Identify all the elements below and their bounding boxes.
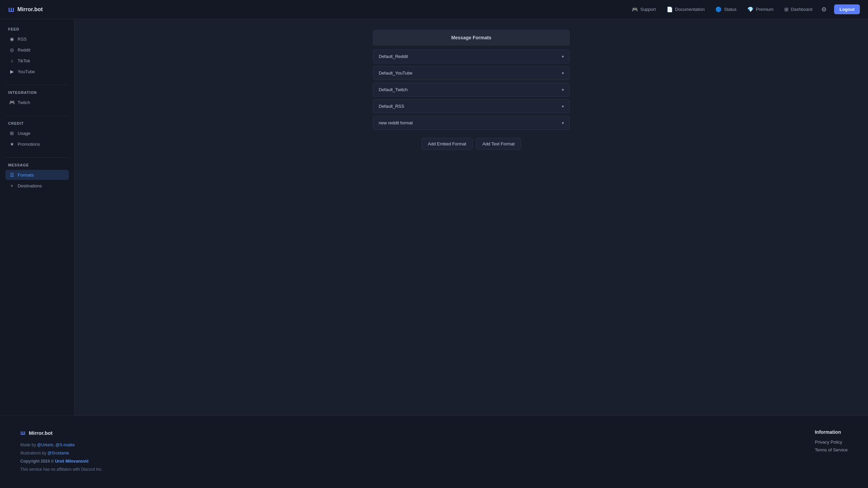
sidebar-section-integration: Integration 🎮 Twitch: [5, 90, 69, 107]
add-text-format-button[interactable]: Add Text Format: [476, 138, 521, 150]
footer-privacy-link[interactable]: Privacy Policy: [815, 440, 848, 445]
format-dropdown-rss[interactable]: Default_RSS ▾: [373, 99, 570, 113]
footer-disclaimer: This service has no affiliaton with Disc…: [20, 466, 103, 472]
support-icon: 🎮: [632, 6, 638, 13]
nav-dashboard[interactable]: ⊞ Dashboard: [780, 4, 816, 15]
sidebar-section-message-title: Message: [5, 163, 69, 167]
promotions-icon: ★: [9, 141, 15, 147]
action-buttons: Add Embed Format Add Text Format: [373, 138, 570, 150]
sidebar-section-feed: Feed ◉ RSS ◎ Reddit ♪ TikTok ▶ YouTube: [5, 27, 69, 77]
chevron-down-icon: ▾: [562, 87, 564, 92]
format-dropdown-reddit[interactable]: Default_Reddit ▾: [373, 49, 570, 63]
status-icon: 🔵: [715, 6, 722, 13]
sidebar-divider-3: [5, 157, 69, 158]
rss-icon: ◉: [9, 36, 15, 42]
twitch-icon: 🎮: [9, 100, 15, 105]
sidebar-item-youtube[interactable]: ▶ YouTube: [5, 66, 69, 77]
header: ш Mirror.bot 🎮 Support 📄 Documentation 🔵…: [0, 0, 868, 19]
destinations-icon: +: [9, 183, 15, 188]
header-nav: 🎮 Support 📄 Documentation 🔵 Status 💎 Pre…: [628, 4, 860, 15]
reddit-icon: ◎: [9, 47, 15, 53]
tiktok-icon: ♪: [9, 58, 15, 63]
footer-info-title: Information: [815, 429, 848, 435]
sidebar-section-credit: Credit ⊞ Usage ★ Promotions: [5, 121, 69, 149]
footer-link-owner[interactable]: Uroš Milovanović: [55, 459, 88, 464]
panel-header: Message Formats: [373, 30, 570, 45]
nav-premium[interactable]: 💎 Premium: [743, 4, 777, 15]
footer-made-by: Made by @Urkem, @S-matke: [20, 442, 103, 448]
logo-area: ш Mirror.bot: [8, 5, 43, 14]
footer-illustrations: Illustrations by @Srcetame: [20, 450, 103, 456]
footer-link-illustrator[interactable]: @Srcetame: [47, 451, 69, 455]
premium-icon: 💎: [747, 6, 754, 13]
formats-panel: Message Formats Default_Reddit ▾ Default…: [373, 30, 570, 150]
logo-text: Mirror.bot: [17, 6, 43, 13]
sidebar-item-twitch[interactable]: 🎮 Twitch: [5, 97, 69, 107]
chevron-down-icon: ▾: [562, 71, 564, 76]
sidebar-section-message: Message ☰ Formats + Destinations: [5, 163, 69, 191]
sidebar-divider-2: [5, 116, 69, 116]
sidebar-section-integration-title: Integration: [5, 90, 69, 95]
chevron-down-icon: ▾: [562, 104, 564, 109]
sidebar-divider-1: [5, 85, 69, 85]
footer-terms-link[interactable]: Terms of Service: [815, 447, 848, 452]
footer-logo: ш Mirror.bot: [20, 429, 103, 436]
chevron-down-icon: ▾: [562, 54, 564, 59]
footer-left: ш Mirror.bot Made by @Urkem, @S-matke Il…: [20, 429, 103, 474]
sidebar-item-promotions[interactable]: ★ Promotions: [5, 139, 69, 149]
sidebar-item-formats[interactable]: ☰ Formats: [5, 170, 69, 180]
footer: ш Mirror.bot Made by @Urkem, @S-matke Il…: [0, 415, 868, 488]
footer-right: Information Privacy Policy Terms of Serv…: [815, 429, 848, 474]
format-dropdown-youtube[interactable]: Default_YouTube ▾: [373, 66, 570, 80]
dashboard-icon: ⊞: [784, 6, 789, 13]
sidebar-item-destinations[interactable]: + Destinations: [5, 181, 69, 191]
main-layout: Feed ◉ RSS ◎ Reddit ♪ TikTok ▶ YouTube I…: [0, 19, 868, 415]
format-dropdown-twitch[interactable]: Default_Twitch ▾: [373, 83, 570, 97]
sidebar-item-reddit[interactable]: ◎ Reddit: [5, 45, 69, 55]
nav-support[interactable]: 🎮 Support: [628, 4, 660, 15]
sidebar-section-feed-title: Feed: [5, 27, 69, 31]
footer-copyright: Copyright 2024 © Uroš Milovanović: [20, 458, 103, 464]
footer-logo-text: Mirror.bot: [29, 430, 53, 436]
format-dropdown-new-reddit[interactable]: new reddit format ▾: [373, 116, 570, 130]
nav-status[interactable]: 🔵 Status: [711, 4, 741, 15]
formats-list: Default_Reddit ▾ Default_YouTube ▾ Defau…: [373, 49, 570, 130]
add-embed-format-button[interactable]: Add Embed Format: [421, 138, 473, 150]
footer-link-authors[interactable]: @Urkem, @S-matke: [37, 443, 75, 447]
youtube-icon: ▶: [9, 69, 15, 74]
settings-button[interactable]: ⚙: [819, 4, 829, 15]
nav-documentation[interactable]: 📄 Documentation: [663, 4, 709, 15]
content-area: Message Formats Default_Reddit ▾ Default…: [75, 19, 868, 415]
chevron-down-icon: ▾: [562, 121, 564, 125]
sidebar-item-rss[interactable]: ◉ RSS: [5, 34, 69, 44]
sidebar-item-usage[interactable]: ⊞ Usage: [5, 128, 69, 138]
usage-icon: ⊞: [9, 130, 15, 136]
documentation-icon: 📄: [667, 6, 673, 13]
sidebar-item-tiktok[interactable]: ♪ TikTok: [5, 56, 69, 66]
sidebar-section-credit-title: Credit: [5, 121, 69, 125]
logout-button[interactable]: Logout: [834, 4, 860, 14]
logo-icon: ш: [8, 5, 14, 14]
sidebar: Feed ◉ RSS ◎ Reddit ♪ TikTok ▶ YouTube I…: [0, 19, 75, 415]
formats-icon: ☰: [9, 172, 15, 178]
footer-logo-icon: ш: [20, 429, 25, 436]
